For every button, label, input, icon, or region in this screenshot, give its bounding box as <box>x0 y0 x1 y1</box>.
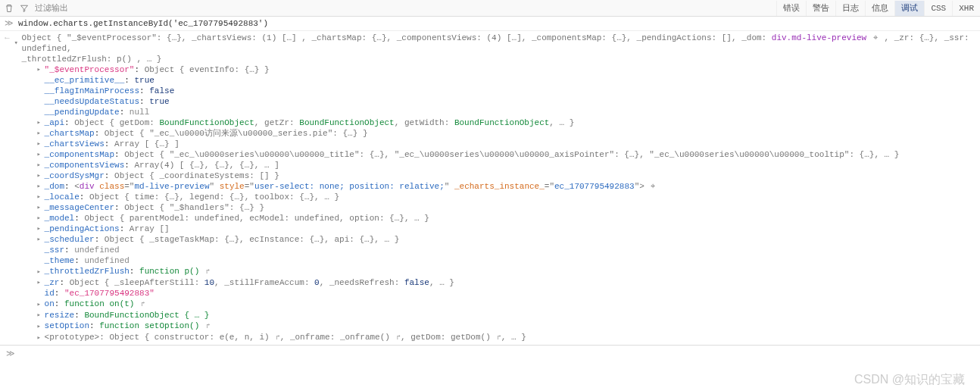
tree-row-content: <prototype>: Object { constructor: e(e, … <box>45 332 526 343</box>
filter-tab-CSS[interactable]: CSS <box>924 1 952 16</box>
disclosure-icon[interactable]: ▸ <box>37 299 45 310</box>
tree-row[interactable]: ▸_chartsViews: Array [ {…} ] <box>14 139 975 149</box>
disclosure-icon[interactable]: ▾ <box>14 38 22 48</box>
tree-row-content: _chartsMap: Object { "_ec_\u0000访问来源\u00… <box>45 128 368 139</box>
tree-row-content: _locale: Object { time: {…}, legend: {…}… <box>45 192 339 202</box>
tree-row-content: __ec_primitive__: true <box>45 75 154 86</box>
tree-row[interactable]: ▸_api: Object { getDom: BoundFunctionObj… <box>14 117 975 128</box>
tree-row[interactable]: ▸_scheduler: Object { _stageTaskMap: {…}… <box>14 234 975 245</box>
tree-row-content: _pendingActions: Array [] <box>45 224 170 234</box>
tree-row-content: _zr: Object { _sleepAfterStill: 10, _sti… <box>45 277 454 288</box>
tree-row[interactable]: _theme: undefined <box>14 255 975 266</box>
tree-row[interactable]: __flagInMainProcess: false <box>14 86 975 96</box>
tree-row-content: on: function on(t) ↱ <box>45 299 145 310</box>
tree-row-content: __needsUpdateStatus: true <box>45 96 170 107</box>
input-prompt-icon: ≫ <box>5 18 14 29</box>
tree-row[interactable]: ▸_componentsMap: Object { "_ec_\u0000ser… <box>14 149 975 160</box>
tree-row-content: _chartsViews: Array [ {…} ] <box>45 139 179 149</box>
disclosure-icon[interactable]: ▸ <box>37 310 45 321</box>
filter-tab-信息[interactable]: 信息 <box>865 1 894 16</box>
tree-row-content: resize: BoundFunctionObject { … } <box>45 310 210 321</box>
disclosure-icon[interactable]: ▸ <box>37 64 45 75</box>
disclosure-icon[interactable]: ▸ <box>37 267 45 277</box>
filter-tab-调试[interactable]: 调试 <box>894 1 924 16</box>
tree-row[interactable]: ▸setOption: function setOption() ↱ <box>14 321 975 332</box>
tree-row[interactable]: ▸_dom: <div class="md-live-preview" styl… <box>14 181 975 192</box>
tree-row[interactable]: id: "ec_1707795492883" <box>14 288 975 299</box>
console-toolbar: 过滤输出 错误警告日志信息调试CSSXHR <box>0 0 980 17</box>
tree-row-content: _dom: <div class="md-live-preview" style… <box>45 181 657 192</box>
disclosure-icon[interactable]: ▸ <box>37 213 45 224</box>
tree-row[interactable]: ▸_coordSysMgr: Object { _coordinateSyste… <box>14 170 975 181</box>
filter-tab-日志[interactable]: 日志 <box>835 1 865 16</box>
tree-row[interactable]: ▸_model: Object { parentModel: undefined… <box>14 213 975 224</box>
tree-row-content: _model: Object { parentModel: undefined,… <box>45 213 429 224</box>
tree-row[interactable]: ▸_chartsMap: Object { "_ec_\u0000访问来源\u0… <box>14 128 975 139</box>
object-tree: ▾ Object { "_$eventProcessor": {…}, _cha… <box>14 33 975 343</box>
console-command: window.echarts.getInstanceById('ec_17077… <box>18 18 268 29</box>
tree-row-content: _throttledZrFlush: function p() ↱ <box>45 266 211 277</box>
tree-row-content: __flagInMainProcess: false <box>45 86 175 96</box>
tree-row-content: "_$eventProcessor": Object { eventInfo: … <box>45 64 270 75</box>
tree-row[interactable]: _ssr: undefined <box>14 245 975 255</box>
tree-row[interactable]: ▸_zr: Object { _sleepAfterStill: 10, _st… <box>14 277 975 288</box>
disclosure-icon[interactable]: ▸ <box>37 160 45 170</box>
tree-row[interactable]: __pendingUpdate: null <box>14 107 975 117</box>
disclosure-icon[interactable]: ▸ <box>37 234 45 245</box>
console-prompt[interactable]: ≫ <box>0 345 980 362</box>
disclosure-icon[interactable]: ▸ <box>37 128 45 139</box>
tree-row-content: _scheduler: Object { _stageTaskMap: {…},… <box>45 234 400 245</box>
tree-row-content: _coordSysMgr: Object { _coordinateSystem… <box>45 170 279 181</box>
tree-row-content: id: "ec_1707795492883" <box>45 288 154 299</box>
disclosure-icon[interactable]: ▸ <box>37 321 45 332</box>
tree-row-content: _theme: undefined <box>45 255 130 266</box>
tree-row-content: _messageCenter: Object { "_$handlers": {… <box>45 202 264 213</box>
filter-icon[interactable] <box>18 2 30 14</box>
disclosure-icon[interactable]: ▸ <box>37 192 45 202</box>
disclosure-icon[interactable]: ▸ <box>37 170 45 181</box>
tree-row[interactable]: ▸_componentsViews: Array(4) [ {…}, {…}, … <box>14 160 975 170</box>
tree-row-content: _api: Object { getDom: BoundFunctionObje… <box>45 117 575 128</box>
tree-row[interactable]: ▸"_$eventProcessor": Object { eventInfo:… <box>14 64 975 75</box>
trash-icon[interactable] <box>3 2 15 14</box>
filter-tabs: 错误警告日志信息调试CSSXHR <box>776 1 980 16</box>
disclosure-icon[interactable]: ▸ <box>37 202 45 213</box>
disclosure-icon[interactable]: ▸ <box>37 117 45 128</box>
tree-row[interactable]: __needsUpdateStatus: true <box>14 96 975 107</box>
disclosure-icon[interactable]: ▸ <box>37 277 45 288</box>
disclosure-icon[interactable]: ▸ <box>37 139 45 149</box>
console-input-row: ≫ window.echarts.getInstanceById('ec_170… <box>0 17 980 31</box>
tree-row-content: setOption: function setOption() ↱ <box>45 321 211 332</box>
output-arrow-icon: ← <box>5 33 10 43</box>
tree-row-content: _componentsViews: Array(4) [ {…}, {…}, {… <box>45 160 279 170</box>
tree-row[interactable]: __ec_primitive__: true <box>14 75 975 86</box>
tree-row[interactable]: ▸_messageCenter: Object { "_$handlers": … <box>14 202 975 213</box>
tree-row[interactable]: ▸_pendingActions: Array [] <box>14 224 975 234</box>
filter-tab-警告[interactable]: 警告 <box>806 1 835 16</box>
object-summary-line2[interactable]: _throttledZrFlush: p() , … } <box>14 54 975 64</box>
tree-row[interactable]: ▸<prototype>: Object { constructor: e(e,… <box>14 332 975 343</box>
disclosure-icon[interactable]: ▸ <box>37 181 45 192</box>
tree-row-content: _ssr: undefined <box>45 245 120 255</box>
disclosure-icon[interactable]: ▸ <box>37 149 45 160</box>
tree-row[interactable]: ▸_throttledZrFlush: function p() ↱ <box>14 266 975 277</box>
object-summary-line1[interactable]: ▾ Object { "_$eventProcessor": {…}, _cha… <box>14 33 975 54</box>
filter-tab-错误[interactable]: 错误 <box>776 1 806 16</box>
tree-row[interactable]: ▸on: function on(t) ↱ <box>14 299 975 310</box>
tree-row-content: __pendingUpdate: null <box>45 107 150 117</box>
console-output-row: ← ▾ Object { "_$eventProcessor": {…}, _c… <box>0 31 980 345</box>
disclosure-icon[interactable]: ▸ <box>37 224 45 234</box>
node-picker-icon[interactable]: ⌖ <box>651 182 655 191</box>
tree-row[interactable]: ▸resize: BoundFunctionObject { … } <box>14 310 975 321</box>
tree-row-content: _componentsMap: Object { "_ec_\u0000seri… <box>45 149 900 160</box>
disclosure-icon[interactable]: ▸ <box>37 333 45 343</box>
filter-tab-XHR[interactable]: XHR <box>952 1 980 16</box>
filter-placeholder[interactable]: 过滤输出 <box>33 3 68 14</box>
tree-row[interactable]: ▸_locale: Object { time: {…}, legend: {…… <box>14 192 975 202</box>
node-picker-icon[interactable]: ⌖ <box>873 33 878 42</box>
